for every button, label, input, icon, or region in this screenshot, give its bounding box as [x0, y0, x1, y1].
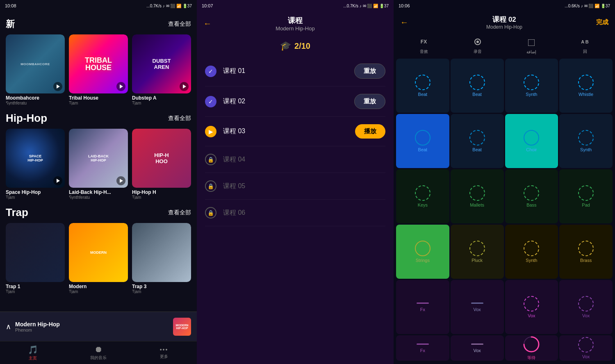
- pad-synth-r4c3[interactable]: Synth: [505, 225, 558, 279]
- card-name-space: Space Hip-Hop: [6, 189, 65, 195]
- pad-whistle-r1c4[interactable]: Whistle: [559, 59, 613, 113]
- fx-item-effects[interactable]: FX 音效: [398, 36, 450, 55]
- pad-beat-r1c1[interactable]: Beat: [396, 59, 449, 113]
- card-hiphop-h[interactable]: HIP-HHOO Hip-Hop H Tjam: [132, 129, 191, 200]
- card-name-trap3: Trap 3: [132, 284, 191, 289]
- pad-vox-r6c4[interactable]: Vox: [559, 335, 613, 361]
- play-btn-dubstep[interactable]: [180, 82, 189, 91]
- pad-vox-r5c3[interactable]: Vox: [505, 280, 558, 334]
- pad-label: Strings: [416, 258, 430, 263]
- pad-fx-r6c1[interactable]: Fx: [396, 335, 449, 361]
- card-img-tribal-house: TRIBALHOUSE: [69, 34, 128, 93]
- pad-label: Vox: [582, 354, 590, 359]
- card-modern[interactable]: MODERN Modern Tjam: [69, 223, 128, 294]
- nav-home[interactable]: 🎵 主页: [0, 345, 66, 361]
- pad-synth-r1c3[interactable]: Synth: [505, 59, 558, 113]
- expand-icon[interactable]: ∧: [6, 322, 11, 331]
- lesson-01-replay-btn[interactable]: 重放: [354, 64, 385, 79]
- pad-waiting[interactable]: 等待: [505, 335, 558, 361]
- panel-new-music: 10:08 ...0.7K/s ♪ ✉ ⬛ 📶 🔋37 新 查看全部 MOOMB…: [0, 0, 197, 364]
- home-icon: 🎵: [28, 345, 38, 355]
- pad-ring: [578, 185, 594, 201]
- card-trap1[interactable]: Trap 1 Tjam: [6, 223, 65, 294]
- panel2-header: ← 课程 Modern Hip-Hop: [197, 11, 394, 36]
- lesson-03-play-btn[interactable]: 播放: [355, 124, 385, 139]
- pad-label: Fx: [420, 307, 425, 312]
- card-tribal-house[interactable]: TRIBALHOUSE Tribal House Tjam: [69, 34, 128, 105]
- pad-label: Synth: [580, 147, 592, 152]
- play-btn-laidback[interactable]: [116, 176, 125, 185]
- pad-ring: [469, 130, 485, 146]
- pad-line: [471, 344, 483, 345]
- pad-label: Vox: [582, 313, 590, 318]
- see-all-hiphop[interactable]: 查看全部: [168, 115, 191, 122]
- pad-fx-r5c1[interactable]: Fx: [396, 280, 449, 334]
- fx-item-add[interactable]: إضافة: [505, 36, 557, 54]
- pad-label: Beat: [418, 147, 428, 152]
- fx-item-ab[interactable]: A B 回: [559, 36, 611, 55]
- back-button-2[interactable]: ←: [203, 19, 212, 28]
- pad-ring: [469, 241, 485, 256]
- lesson-list: ✓ 课程 01 重放 ✓ 课程 02 重放 ▶ 课程 03 播放 🔒 课程 04…: [197, 56, 394, 364]
- pad-pad[interactable]: Pad: [559, 169, 613, 223]
- done-button[interactable]: 完成: [596, 18, 608, 26]
- status-icons-2: ...0.7K/s ♪ ✉ ⬛ 📶 🔋37: [343, 4, 389, 8]
- player-info: Modern Hip-Hop Phenom: [15, 321, 169, 332]
- pad-mallets[interactable]: Mallets: [451, 169, 504, 223]
- pad-ring: [524, 241, 539, 256]
- play-btn-tribal[interactable]: [116, 82, 125, 91]
- trap-section-header: Trap 查看全部: [6, 206, 191, 219]
- pad-ring: [415, 185, 430, 201]
- pad-ring: [578, 296, 594, 312]
- player-bar[interactable]: ∧ Modern Hip-Hop Phenom MODERNHIP-HOP: [0, 312, 197, 341]
- card-author-dubstep: Tjam: [132, 101, 191, 105]
- card-dubstep[interactable]: DUBSTAREN Dubstep A Tjam: [132, 34, 191, 105]
- pad-label: Bass: [526, 202, 536, 207]
- lesson-item-06: 🔒 课程 06: [205, 200, 385, 226]
- see-all-trap[interactable]: 查看全部: [168, 209, 191, 216]
- card-moombahcore[interactable]: MOOMBAHCORE Moombahcore Synthferatu: [6, 34, 65, 105]
- pad-beat-r2c1-active[interactable]: Beat: [396, 114, 449, 168]
- pad-vox-r5c2[interactable]: Vox: [451, 280, 504, 334]
- card-trap3[interactable]: Trap 3 Tjam: [132, 223, 191, 294]
- back-button-3[interactable]: ←: [400, 18, 408, 27]
- pad-label: Vox: [528, 313, 535, 318]
- lesson-item-04: 🔒 课程 04: [205, 146, 385, 173]
- pad-label: Beat: [418, 92, 428, 97]
- panel3-title: 课程 02: [400, 15, 608, 24]
- pad-beat-r1c2[interactable]: Beat: [451, 59, 504, 113]
- card-laidback[interactable]: LAID-BACKHIP-HOP Laid-Back Hip-H... Synt…: [69, 129, 128, 200]
- panel1-scroll[interactable]: 新 查看全部 MOOMBAHCORE Moombahcore Synthfera…: [0, 11, 197, 364]
- trap-cards-row: Trap 1 Tjam MODERN Modern Tjam Trap 3 Tj…: [6, 223, 191, 294]
- pad-strings-active[interactable]: Strings: [396, 225, 449, 279]
- lesson-02-replay-btn[interactable]: 重放: [354, 94, 385, 109]
- pad-vox-r6c2[interactable]: Vox: [451, 335, 504, 361]
- card-space-hiphop[interactable]: SPACEHIP-HOP Space Hip-Hop Tjam: [6, 129, 65, 200]
- play-btn-moombahcore[interactable]: [53, 82, 62, 91]
- pad-vox-r5c4[interactable]: Vox: [559, 280, 613, 334]
- pad-beat-r2c2[interactable]: Beat: [451, 114, 504, 168]
- fx-item-record[interactable]: 录音: [451, 36, 503, 55]
- pad-keys[interactable]: Keys: [396, 169, 449, 223]
- card-author-laidback: Synthferatu: [69, 195, 128, 200]
- lesson-02-name: 课程 02: [223, 97, 348, 106]
- pad-ring: [415, 130, 430, 146]
- nav-my-music[interactable]: ⏺ 我的音乐: [66, 345, 131, 361]
- pad-brass[interactable]: Brass: [559, 225, 613, 279]
- pad-label: Beat: [472, 147, 482, 152]
- new-section-title: 新: [6, 18, 15, 30]
- hiphop-section-title: Hip-Hop: [6, 112, 47, 125]
- status-icons-1: ...0.7K/s ♪ ✉ ⬛ 📶 🔋37: [146, 4, 192, 8]
- pad-pluck[interactable]: Pluck: [451, 225, 504, 279]
- pad-choir-r2c3-active[interactable]: Choir: [505, 114, 558, 168]
- pad-ring: [524, 185, 539, 201]
- play-btn-space[interactable]: [53, 176, 62, 185]
- pad-bass[interactable]: Bass: [505, 169, 558, 223]
- card-name-hiphop-h: Hip-Hop H: [132, 189, 191, 195]
- pad-synth-r2c4[interactable]: Synth: [559, 114, 613, 168]
- nav-more[interactable]: ••• 更多: [131, 346, 197, 359]
- card-name-trap1: Trap 1: [6, 284, 65, 289]
- see-all-new[interactable]: 查看全部: [168, 20, 191, 28]
- pad-line: [417, 303, 429, 304]
- pad-ring: [524, 296, 539, 312]
